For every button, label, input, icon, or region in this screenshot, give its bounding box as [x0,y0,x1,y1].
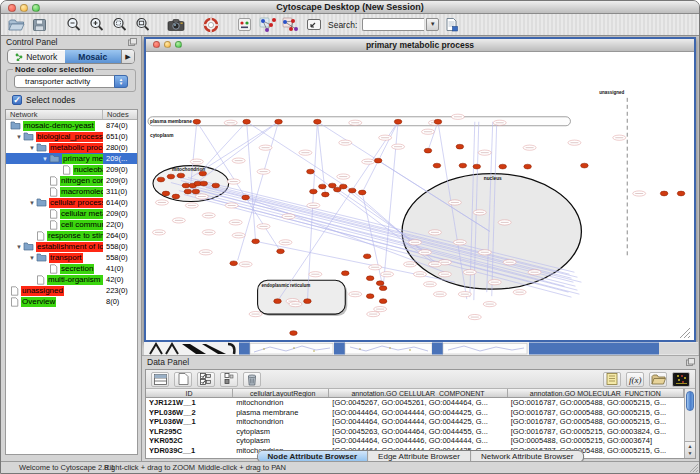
network-node[interactable] [341,271,349,276]
help-lifering-icon[interactable] [200,16,221,34]
tree-row[interactable]: macromolecule311(0) [6,186,137,197]
tree-node-label[interactable]: transport [49,253,83,263]
table-row[interactable]: YPL036W__2plasma membrane[GO:0044464, GO… [146,408,684,418]
network-minimize-button[interactable] [164,41,171,48]
tree-row[interactable]: cell communicat22(0) [6,219,137,230]
network-node[interactable] [184,189,192,194]
tree-node-label[interactable]: nitrogen compo [60,176,103,186]
network-node[interactable] [319,184,327,189]
network-node[interactable] [192,189,200,194]
tree-node-label[interactable]: primary metabo [62,154,103,164]
network-node[interactable] [277,249,285,254]
expand-triangle-icon[interactable]: ▼ [28,255,36,261]
minimize-button[interactable] [20,4,28,12]
network-canvas[interactable]: plasma membranecytoplasmmitochondrionnuc… [146,53,694,340]
network-node[interactable] [172,194,180,199]
tree-node-label[interactable]: metabolic process [49,143,103,153]
zoom-out-icon[interactable] [63,16,84,34]
attribute-file-icon[interactable] [441,16,462,34]
float-panel-icon[interactable] [128,38,137,46]
tree-col-nodes[interactable]: Nodes [103,110,137,119]
zoom-fit-icon[interactable] [132,16,153,34]
tree-node-label[interactable]: establishment of lo [36,242,103,252]
column-header[interactable]: _cellularLayoutRegion [233,389,329,397]
tree-row[interactable]: ▼primary metabo209(... [6,153,137,164]
table-row[interactable]: YJR121W__1mitochondrion[GO:0045267, GO:0… [146,398,684,408]
expand-triangle-icon[interactable]: ▼ [28,200,36,206]
network-node[interactable] [376,281,384,286]
network-node[interactable] [433,163,441,168]
network-node[interactable] [212,183,220,188]
network-node[interactable] [304,299,312,304]
network-node[interactable] [322,192,330,197]
layout-network-b-icon[interactable] [280,16,301,34]
network-node[interactable] [366,294,374,299]
network-node[interactable] [379,299,387,304]
expand-triangle-icon[interactable]: ▼ [41,156,49,162]
column-header[interactable]: annotation.GO MOLECULAR_FUNCTION [508,389,684,397]
attribute-list-icon[interactable] [603,372,621,387]
network-node[interactable] [459,163,467,168]
network-node[interactable] [581,163,589,168]
network-node[interactable] [677,191,685,196]
tree-row[interactable]: secretion41(0) [6,263,137,274]
network-node[interactable] [307,169,315,174]
table-scrollbar[interactable]: ▲▼ [684,389,695,458]
network-node[interactable] [348,188,356,193]
network-zoom-button[interactable] [175,41,182,48]
network-node[interactable] [524,164,532,169]
select-attributes-icon[interactable] [197,372,215,387]
tree-row[interactable]: unassigned223(0) [6,285,137,296]
network-node[interactable] [358,190,366,195]
network-node[interactable] [314,119,322,124]
snapshot-camera-icon[interactable] [166,16,187,34]
delete-attribute-trash-icon[interactable] [243,372,261,387]
network-node[interactable] [162,191,170,196]
network-node[interactable] [363,254,371,259]
tree-col-network[interactable]: Network [6,110,103,119]
table-row[interactable]: YKR052Ccytoplasm[GO:0044464, GO:0044446,… [146,436,684,446]
scrollbar-arrows[interactable]: ▲▼ [685,441,695,458]
network-node[interactable] [366,276,374,281]
zoom-in-icon[interactable] [86,16,107,34]
tree-row[interactable]: nucleobase-209(0) [6,164,137,175]
table-row[interactable]: YPL036W__1mitochondrion[GO:0044464, GO:0… [146,417,684,427]
network-node[interactable] [200,181,208,186]
expand-triangle-icon[interactable]: ▼ [15,134,23,140]
network-node[interactable] [193,119,201,124]
network-node[interactable] [473,164,481,169]
network-node[interactable] [379,286,387,291]
layout-network-a-icon[interactable] [257,16,278,34]
network-node[interactable] [456,144,464,149]
attribute-select-dropdown[interactable]: transporter activity ▲▼ [14,75,128,88]
tree-node-label[interactable]: multi-organism pro [47,275,103,285]
network-node[interactable] [252,239,260,244]
tree-node-label[interactable]: response to stimul [47,231,103,241]
table-row[interactable]: YLR295Ccytoplasm[GO:0045263, GO:0044464,… [146,427,684,437]
network-node[interactable] [177,173,185,178]
new-attribute-icon[interactable] [174,372,192,387]
data-panel-float-icon[interactable] [686,358,695,366]
column-header[interactable]: annotation.GO CELLULAR_COMPONENT [329,389,507,397]
network-node[interactable] [242,195,250,200]
network-node[interactable] [157,177,165,182]
network-node[interactable] [199,171,207,176]
tree-row[interactable]: ▼establishment of lo558(0) [6,241,137,252]
tree-row[interactable]: cellular metabo209(0) [6,208,137,219]
tab-mosaic[interactable]: Mosaic [65,50,122,63]
select-nodes-checkbox[interactable]: ✓ [12,95,22,105]
tree-row[interactable]: multi-organism pro42(0) [6,274,137,285]
network-node[interactable] [424,148,432,153]
resize-grip-icon[interactable] [688,462,698,472]
tree-node-label[interactable]: cellular process [49,198,103,208]
tree-row[interactable]: nitrogen compo209(0) [6,175,137,186]
network-node[interactable] [434,119,442,124]
tree-node-label[interactable]: Overview [21,297,56,307]
close-button[interactable] [8,4,16,12]
network-node[interactable] [274,299,282,304]
formula-fx-icon[interactable]: f(x) [626,372,644,387]
network-node[interactable] [310,189,318,194]
tree-row[interactable]: Overview8(0) [6,296,137,307]
network-node[interactable] [230,261,238,266]
manage-panel-icon[interactable] [303,16,324,34]
